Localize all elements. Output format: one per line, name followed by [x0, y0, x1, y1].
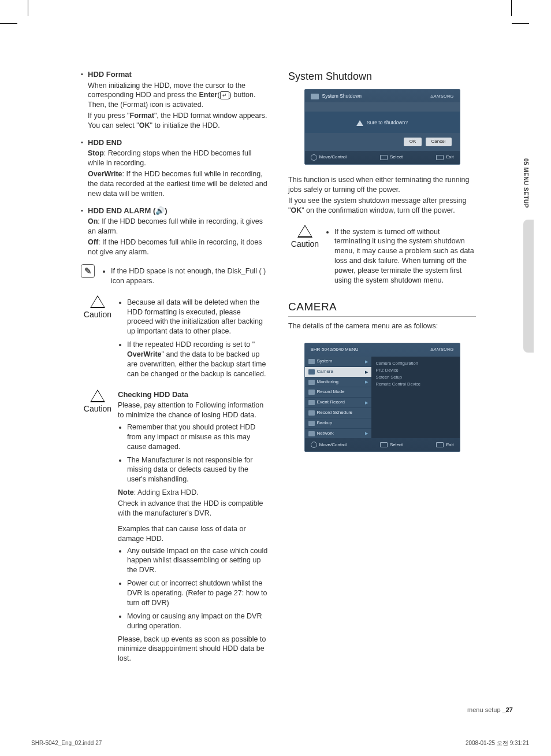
- brand-logo: SAMSUNG: [430, 94, 453, 100]
- caution1-list: Because all data will be deleted when th…: [118, 298, 269, 379]
- hdd-end-stop: Stop: Recording stops when the HDD becom…: [88, 149, 269, 168]
- checking-hdd-title: Checking HDD Data: [118, 390, 269, 400]
- select-label: Select: [390, 154, 403, 161]
- left-column: • HDD Format When initializing the HDD, …: [81, 69, 269, 670]
- camera-menu-screenshot: SHR-5042/5040 MENU SAMSUNG System▶ Camer…: [304, 343, 460, 452]
- shutdown-caution-text: If the system is turned off without term…: [334, 227, 476, 286]
- dialog-title: System Shutdown: [322, 93, 362, 99]
- enter-icon: ↵: [220, 91, 229, 99]
- exit-icon: [436, 155, 444, 160]
- menu-item-event-record[interactable]: Event Record▶: [305, 397, 371, 407]
- right-column: System Shutdown System Shutdown SAMSUNG …: [288, 69, 476, 670]
- shutdown-dialog: System Shutdown SAMSUNG Sure to shutdown…: [304, 89, 460, 165]
- hdd-end-overwrite: OverWrite: If the HDD becomes full while…: [88, 169, 269, 199]
- move-icon: [311, 442, 317, 448]
- file-name: SHR-5042_Eng_02.indd 27: [31, 739, 102, 747]
- menu-item-record-mode[interactable]: Record Mode: [305, 387, 371, 397]
- move-control-label: Move/Control: [319, 154, 347, 161]
- brand-logo: SAMSUNG: [430, 347, 453, 353]
- caution-label: Caution: [288, 239, 322, 250]
- menu-item-camera[interactable]: Camera▶: [305, 366, 371, 377]
- menu-item-backup[interactable]: Backup: [305, 418, 371, 428]
- bullet-dot: •: [81, 69, 88, 132]
- warning-icon: !: [90, 390, 105, 402]
- move-icon: [311, 154, 317, 161]
- note-diskfull: If the HDD space is not enough, the Disk…: [111, 266, 269, 286]
- ok-button[interactable]: OK: [404, 138, 422, 146]
- exit-label: Exit: [446, 154, 453, 161]
- submenu-item[interactable]: Camera Configuration: [376, 360, 455, 367]
- page-footer: menu setup _27: [467, 706, 513, 714]
- camera-heading: CAMERA: [288, 299, 476, 317]
- hdd-end-title: HDD END: [88, 138, 269, 148]
- alert-triangle-icon: [356, 120, 363, 126]
- warning-icon: !: [297, 225, 312, 238]
- select-icon: [380, 442, 388, 447]
- print-timestamp: 2008-01-25 오전 9:31:21: [466, 739, 529, 747]
- hdd-format-title: HDD Format: [88, 69, 269, 80]
- hdd-format-text: When initializing the HDD, move the curs…: [88, 81, 269, 110]
- dialog-title-icon: [311, 94, 319, 99]
- note-extra-hdd: Note: Adding Extra HDD.: [118, 488, 269, 498]
- shutdown-desc1: This function is used when either termin…: [288, 175, 476, 195]
- shutdown-prompt: Sure to shutdown?: [367, 120, 408, 126]
- hdd-format-text2: If you press "Format", the HDD format wi…: [88, 111, 269, 131]
- menu-title: SHR-5042/5040 MENU: [311, 347, 359, 353]
- menu-item-record-schedule[interactable]: Record Schedule: [305, 407, 371, 418]
- submenu-item[interactable]: PTZ Device: [376, 367, 455, 374]
- caution-label: Caution: [81, 309, 114, 320]
- system-shutdown-heading: System Shutdown: [288, 69, 476, 83]
- warning-icon: !: [90, 295, 105, 308]
- submenu-item[interactable]: Screen Setup: [376, 374, 455, 381]
- hdd-end-alarm-title: HDD END ALARM (🔊): [88, 206, 269, 216]
- hdd-alarm-on: On: If the HDD becomes full while in rec…: [88, 217, 269, 236]
- caution-label: Caution: [81, 403, 114, 414]
- note-icon: ✎: [81, 264, 95, 278]
- camera-intro: The details of the camera menu are as fo…: [288, 321, 476, 331]
- submenu-item[interactable]: Remote Control Device: [376, 381, 455, 388]
- exit-icon: [436, 442, 444, 447]
- select-icon: [380, 155, 388, 160]
- menu-item-monitoring[interactable]: Monitoring▶: [305, 377, 371, 387]
- hdd-alarm-off: Off: If the HDD becomes full while in re…: [88, 238, 269, 257]
- menu-item-system[interactable]: System▶: [305, 357, 371, 366]
- menu-item-network[interactable]: Network▶: [305, 428, 371, 439]
- shutdown-desc2: If you see the system shutdown message a…: [288, 196, 476, 216]
- checking-intro: Please, pay attention to Following infor…: [118, 401, 269, 420]
- cancel-button[interactable]: Cancel: [426, 138, 452, 146]
